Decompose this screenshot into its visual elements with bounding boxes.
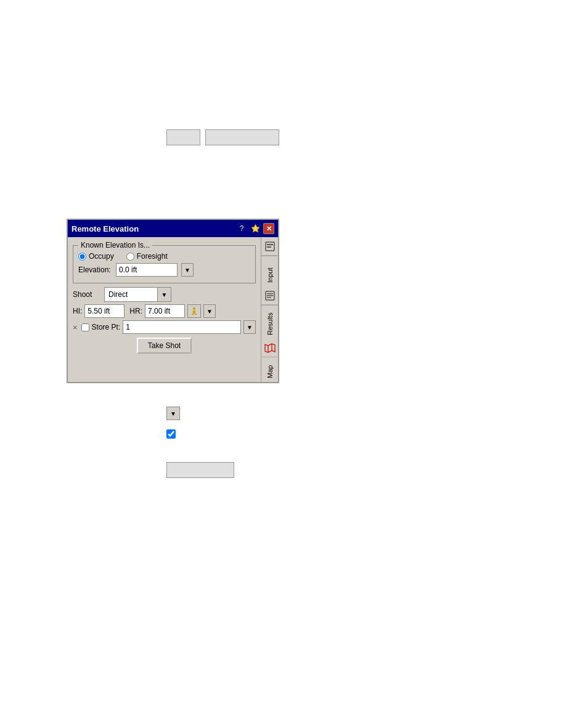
top-button-1[interactable]: [166, 129, 200, 145]
elevation-label: Elevation:: [78, 266, 112, 274]
person-icon: [190, 307, 198, 315]
bottom-dropdown[interactable]: ▼: [166, 407, 180, 420]
tab-input-label[interactable]: Input: [261, 256, 278, 286]
tab-results[interactable]: [261, 286, 279, 305]
store-pt-label: Store Pt:: [92, 323, 121, 331]
known-elevation-legend: Known Elevation Is...: [78, 241, 152, 250]
tab-results-label[interactable]: Results: [261, 305, 278, 339]
elevation-row: Elevation: ▼: [78, 263, 250, 277]
svg-rect-2: [192, 314, 194, 315]
bottom-checkbox[interactable]: [166, 429, 176, 439]
foresight-label: Foresight: [137, 252, 168, 261]
dialog-titlebar: Remote Elevation ? ⭐ ✕: [68, 220, 278, 237]
tab-map[interactable]: [261, 339, 279, 357]
star-icon[interactable]: ⭐: [250, 223, 261, 234]
results-tab-icon: [264, 290, 276, 301]
bottom-checkbox-row: [166, 429, 176, 439]
elevation-input[interactable]: [116, 263, 178, 277]
store-pt-checkbox[interactable]: [81, 323, 89, 331]
shoot-label: Shoot: [73, 290, 100, 299]
shoot-dropdown-btn[interactable]: ▼: [157, 288, 171, 301]
occupy-label: Occupy: [89, 252, 114, 261]
shoot-select-text: Direct: [105, 288, 157, 301]
svg-rect-10: [267, 297, 271, 298]
shoot-row: Shoot Direct ▼: [73, 287, 256, 302]
svg-point-0: [193, 307, 195, 310]
svg-rect-9: [267, 295, 273, 296]
occupy-radio-label[interactable]: Occupy: [78, 252, 114, 261]
store-pt-row: × Store Pt: ▼: [73, 320, 256, 334]
radio-row: Occupy Foresight: [78, 252, 250, 261]
svg-rect-3: [195, 314, 197, 315]
dialog-content: Known Elevation Is... Occupy Foresight E…: [68, 237, 261, 382]
svg-rect-5: [267, 244, 273, 245]
x-mark: ×: [73, 323, 78, 332]
tab-input[interactable]: [261, 237, 279, 256]
store-pt-input[interactable]: [123, 320, 241, 334]
hr-dropdown-btn[interactable]: ▼: [203, 304, 216, 318]
tab-map-label[interactable]: Map: [261, 357, 278, 382]
shoot-select-wrapper[interactable]: Direct ▼: [104, 287, 171, 302]
dialog-title: Remote Elevation: [71, 224, 139, 233]
svg-rect-8: [267, 293, 273, 294]
hi-hr-row: HI: HR: ▼: [73, 304, 256, 318]
svg-rect-6: [267, 246, 271, 248]
input-tab-icon: [264, 241, 276, 252]
titlebar-icons: ? ⭐ ✕: [236, 223, 274, 234]
known-elevation-group: Known Elevation Is... Occupy Foresight E…: [73, 241, 256, 283]
top-button-2[interactable]: [205, 129, 279, 145]
hi-label: HI:: [73, 307, 82, 315]
hi-input[interactable]: [84, 304, 125, 318]
take-shot-button[interactable]: Take Shot: [137, 338, 192, 354]
svg-marker-11: [265, 344, 275, 352]
hr-label: HR:: [129, 307, 142, 315]
foresight-radio[interactable]: [126, 253, 134, 261]
bottom-button[interactable]: [166, 462, 234, 478]
hr-icon[interactable]: [187, 304, 201, 318]
dialog-body: Known Elevation Is... Occupy Foresight E…: [68, 237, 278, 382]
occupy-radio[interactable]: [78, 253, 86, 261]
remote-elevation-dialog: Remote Elevation ? ⭐ ✕ Known Elevation I…: [67, 219, 279, 383]
help-icon[interactable]: ?: [236, 223, 247, 234]
foresight-radio-label[interactable]: Foresight: [126, 252, 168, 261]
tab-strip: Input Results Map: [261, 237, 278, 382]
store-pt-dropdown[interactable]: ▼: [243, 320, 256, 334]
elevation-dropdown-btn[interactable]: ▼: [181, 263, 194, 277]
map-tab-icon: [264, 343, 276, 354]
svg-rect-1: [193, 310, 195, 314]
hr-input[interactable]: [145, 304, 185, 318]
close-button[interactable]: ✕: [263, 223, 274, 234]
